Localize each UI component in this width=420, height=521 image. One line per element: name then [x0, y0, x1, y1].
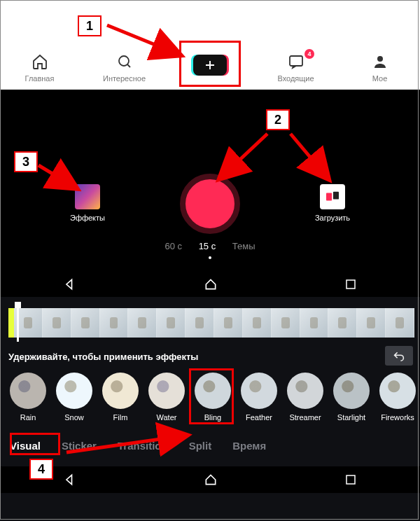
arrow-1	[104, 20, 195, 62]
tab-time[interactable]: Время	[231, 437, 267, 454]
nav-me[interactable]: Мое	[350, 53, 410, 83]
fx-item-water[interactable]: Water	[144, 373, 189, 422]
callout-3: 3	[14, 151, 38, 172]
arrow-3	[35, 160, 91, 198]
upload-label: Загрузить	[315, 214, 350, 222]
timeline-applied-region	[8, 308, 14, 338]
nav-inbox-label: Входящие	[277, 74, 314, 83]
arrow-2b	[287, 130, 350, 186]
home-sys-icon-2[interactable]	[204, 473, 218, 487]
plus-icon	[204, 59, 216, 71]
undo-button[interactable]	[385, 346, 413, 366]
fx-item-fireworks[interactable]: Fireworks	[375, 373, 420, 422]
effects-label: Эффекты	[70, 214, 105, 222]
nav-inbox[interactable]: 4 Входящие	[266, 53, 326, 83]
undo-icon	[392, 350, 406, 361]
fx-item-feather[interactable]: Feather	[237, 373, 281, 422]
system-nav-1	[0, 272, 420, 297]
inbox-icon: 4	[266, 53, 326, 73]
fx-item-streamer[interactable]: Streamer	[283, 373, 328, 422]
svg-rect-6	[346, 475, 355, 484]
nav-discover-label: Интересное	[103, 74, 146, 83]
fx-hint: Удерживайте, чтобы применить эффекты	[8, 352, 198, 362]
fx-item-bling[interactable]: Bling	[190, 373, 235, 422]
nav-me-label: Мое	[372, 74, 388, 83]
svg-rect-4	[333, 192, 339, 200]
fx-editor: Удерживайте, чтобы применить эффекты Rai…	[0, 297, 420, 521]
timeline-playhead[interactable]	[17, 304, 19, 342]
callout-4: 4	[29, 459, 53, 480]
callout-1: 1	[78, 15, 102, 36]
recent-icon[interactable]	[344, 278, 357, 291]
svg-rect-3	[326, 193, 332, 201]
upload-button[interactable]: Загрузить	[301, 184, 364, 222]
back-icon[interactable]	[63, 277, 77, 291]
tab-visual[interactable]: Visual	[8, 437, 42, 454]
home-icon	[10, 53, 69, 73]
upload-icon	[320, 184, 345, 209]
nav-home[interactable]: Главная	[10, 53, 69, 83]
fx-item-rain[interactable]: Rain	[6, 373, 50, 422]
fx-item-snow[interactable]: Snow	[52, 373, 97, 422]
nav-home-label: Главная	[25, 74, 55, 83]
recent-icon-2[interactable]	[344, 473, 357, 486]
back-icon-2[interactable]	[63, 473, 77, 487]
inbox-badge: 4	[304, 49, 314, 59]
duration-row: 60 с 15 с Темы	[0, 241, 420, 251]
svg-rect-1	[290, 56, 302, 66]
top-bar: Главная Интересное 4 Входящие Мое	[0, 0, 420, 90]
arrow-4	[63, 430, 196, 458]
nav-create-button[interactable]	[193, 55, 227, 76]
duration-15[interactable]: 15 с	[199, 241, 216, 251]
page-indicator-dot	[209, 256, 211, 259]
fx-list[interactable]: Rain Snow Film Water Bling Feather Strea…	[6, 373, 420, 422]
profile-icon	[350, 53, 410, 73]
callout-2: 2	[266, 109, 290, 130]
arrow-2a	[210, 130, 280, 186]
svg-point-2	[377, 56, 383, 62]
system-nav-2	[0, 466, 420, 493]
timeline[interactable]	[8, 308, 414, 338]
svg-rect-5	[346, 280, 355, 289]
fx-item-film[interactable]: Film	[98, 373, 143, 422]
fx-item-starlight[interactable]: Starlight	[329, 373, 374, 422]
home-sys-icon[interactable]	[204, 277, 218, 291]
duration-60[interactable]: 60 с	[164, 241, 182, 251]
duration-themes[interactable]: Темы	[232, 241, 255, 251]
